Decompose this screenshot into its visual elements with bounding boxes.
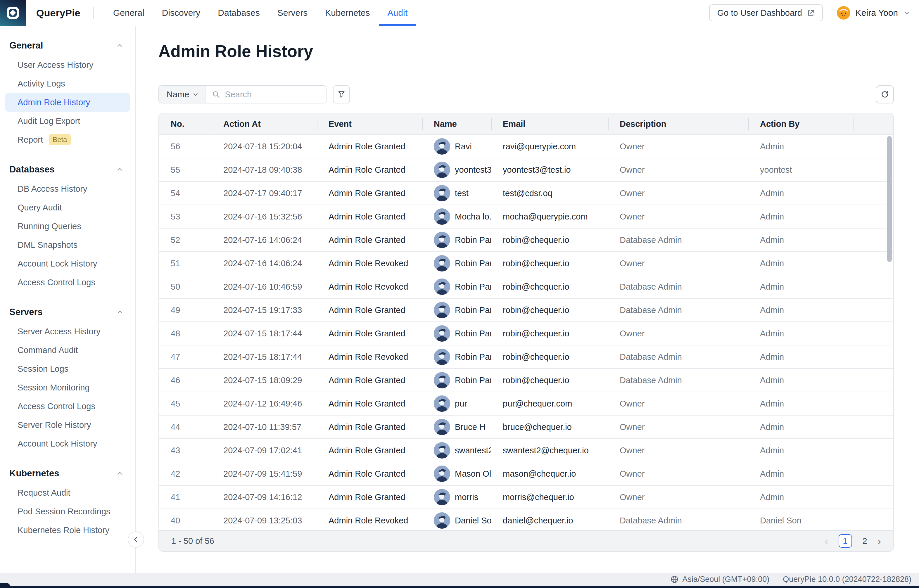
sidebar-section-header[interactable]: Databases [0, 162, 135, 177]
sidebar-item-report[interactable]: ReportBeta [5, 130, 130, 149]
timezone-indicator[interactable]: Asia/Seoul (GMT+09:00) [670, 575, 769, 584]
sidebar-item-activity-logs[interactable]: Activity Logs [5, 74, 130, 93]
cell-name-text: Mason Oh [455, 469, 491, 479]
column-header-empty[interactable] [853, 113, 893, 134]
sidebar-item-pod-session-recordings[interactable]: Pod Session Recordings [5, 502, 130, 521]
cell-event: Admin Role Granted [317, 469, 422, 479]
cell-name-text: morris [455, 493, 478, 502]
sidebar-item-running-queries[interactable]: Running Queries [5, 217, 130, 236]
chevron-up-icon [116, 470, 123, 477]
cell-action_by: Admin [748, 352, 853, 362]
row-avatar [434, 419, 450, 435]
table-row[interactable]: 532024-07-16 15:32:56Admin Role GrantedM… [159, 205, 893, 229]
sidebar-item-server-access-history[interactable]: Server Access History [5, 322, 130, 341]
column-header-name[interactable]: Name [422, 113, 491, 134]
cell-description: Owner [608, 258, 748, 268]
sidebar-item-user-access-history[interactable]: User Access History [5, 55, 130, 74]
sidebar-item-session-logs[interactable]: Session Logs [5, 359, 130, 378]
sidebar-item-command-audit[interactable]: Command Audit [5, 341, 130, 359]
column-header-action_at[interactable]: Action At [212, 113, 317, 134]
cell-action_by: Admin [748, 376, 853, 385]
sidebar-item-query-audit[interactable]: Query Audit [5, 198, 130, 217]
cell-description: Owner [608, 399, 748, 409]
cell-name: Robin Park [422, 278, 491, 295]
cell-action_by: Daniel Son [748, 516, 853, 525]
table-scrollbar-thumb[interactable] [887, 136, 892, 262]
sidebar-item-session-monitoring[interactable]: Session Monitoring [5, 378, 130, 397]
sidebar-collapse-button[interactable] [128, 531, 144, 548]
cell-name-text: Mocha lo... [455, 212, 491, 221]
cell-description: Owner [608, 165, 748, 175]
table-row[interactable]: 422024-07-09 15:41:59Admin Role GrantedM… [159, 462, 893, 486]
nav-item-databases[interactable]: Databases [209, 0, 268, 26]
sidebar-item-dml-snapshots[interactable]: DML Snapshots [5, 236, 130, 254]
pagination-page-1[interactable]: 1 [838, 534, 852, 548]
sidebar-item-db-access-history[interactable]: DB Access History [5, 179, 130, 198]
external-link-icon [807, 9, 815, 17]
column-header-no[interactable]: No. [159, 113, 212, 134]
sidebar-section-header[interactable]: Servers [0, 305, 135, 320]
cell-description: Database Admin [608, 516, 748, 525]
pagination-prev-icon[interactable]: ‹ [825, 536, 828, 546]
sidebar-item-request-audit[interactable]: Request Audit [5, 483, 130, 502]
cell-event: Admin Role Granted [317, 305, 422, 315]
sidebar-section-header[interactable]: General [0, 38, 135, 53]
cell-no: 45 [159, 399, 212, 409]
table-row[interactable]: 472024-07-15 18:17:44Admin Role RevokedR… [159, 346, 893, 369]
nav-item-general[interactable]: General [104, 0, 153, 26]
sidebar-item-audit-log-export[interactable]: Audit Log Export [5, 111, 130, 130]
nav-item-kubernetes[interactable]: Kubernetes [316, 0, 378, 26]
sidebar-item-label: Audit Log Export [18, 116, 80, 126]
table-row[interactable]: 462024-07-15 18:09:29Admin Role GrantedR… [159, 369, 893, 392]
column-header-action_by[interactable]: Action By [748, 113, 853, 134]
search-input[interactable] [224, 89, 320, 100]
querypie-logo-icon[interactable] [0, 0, 26, 26]
search-field-selector[interactable]: Name [158, 85, 205, 103]
sidebar-item-label: Request Audit [18, 488, 71, 498]
cell-action_at: 2024-07-12 16:49:46 [212, 399, 317, 409]
nav-item-servers[interactable]: Servers [269, 0, 316, 26]
sidebar-item-account-lock-history[interactable]: Account Lock History [5, 254, 130, 273]
table-row[interactable]: 492024-07-15 19:17:33Admin Role GrantedR… [159, 299, 893, 322]
row-avatar [434, 325, 450, 342]
pagination-page-2[interactable]: 2 [862, 536, 867, 546]
table-row[interactable]: 402024-07-09 13:25:03Admin Role RevokedD… [159, 509, 893, 530]
cell-description: Database Admin [608, 235, 748, 245]
cell-description: Owner [608, 422, 748, 432]
filter-button[interactable] [333, 85, 350, 103]
table-row[interactable]: 512024-07-16 14:06:24Admin Role RevokedR… [159, 252, 893, 275]
sidebar-item-access-control-logs[interactable]: Access Control Logs [5, 397, 130, 415]
table-row[interactable]: 442024-07-10 11:39:57Admin Role GrantedB… [159, 415, 893, 439]
table-row[interactable]: 562024-07-18 15:20:04Admin Role GrantedR… [159, 135, 893, 158]
sidebar-item-account-lock-history[interactable]: Account Lock History [5, 434, 130, 453]
nav-item-audit[interactable]: Audit [379, 0, 416, 26]
column-header-email[interactable]: Email [491, 113, 608, 134]
cell-action_at: 2024-07-16 10:46:59 [212, 282, 317, 292]
table-row[interactable]: 412024-07-09 14:16:12Admin Role Grantedm… [159, 486, 893, 509]
row-avatar [434, 232, 450, 248]
column-header-description[interactable]: Description [608, 113, 748, 134]
sidebar-item-server-role-history[interactable]: Server Role History [5, 415, 130, 434]
sidebar-item-admin-role-history[interactable]: Admin Role History [5, 93, 130, 111]
go-to-user-dashboard-button[interactable]: Go to User Dashboard [709, 4, 823, 21]
pagination-next-icon[interactable]: › [878, 536, 881, 546]
table-row[interactable]: 432024-07-09 17:02:41Admin Role Granteds… [159, 439, 893, 462]
cell-name-text: test [455, 189, 468, 198]
table-row[interactable]: 482024-07-15 18:17:44Admin Role GrantedR… [159, 322, 893, 346]
user-menu[interactable]: Keira Yoon [837, 6, 910, 19]
cell-email: mocha@querypie.com [491, 212, 608, 221]
sidebar-item-kubernetes-role-history[interactable]: Kubernetes Role History [5, 521, 130, 540]
sidebar-item-label: User Access History [18, 60, 93, 70]
table-row[interactable]: 542024-07-17 09:40:17Admin Role Grantedt… [159, 182, 893, 205]
table-row[interactable]: 552024-07-18 09:40:38Admin Role Grantedy… [159, 158, 893, 182]
sidebar-section-header[interactable]: Kubernetes [0, 466, 135, 481]
nav-item-discovery[interactable]: Discovery [153, 0, 209, 26]
table-row[interactable]: 522024-07-16 14:06:24Admin Role GrantedR… [159, 229, 893, 252]
table-row[interactable]: 452024-07-12 16:49:46Admin Role Grantedp… [159, 392, 893, 415]
sidebar-item-label: Session Monitoring [18, 383, 90, 393]
sidebar-item-access-control-logs[interactable]: Access Control Logs [5, 273, 130, 292]
refresh-button[interactable] [876, 85, 894, 103]
column-header-event[interactable]: Event [317, 113, 422, 134]
table-row[interactable]: 502024-07-16 10:46:59Admin Role RevokedR… [159, 275, 893, 299]
cell-no: 47 [159, 352, 212, 362]
